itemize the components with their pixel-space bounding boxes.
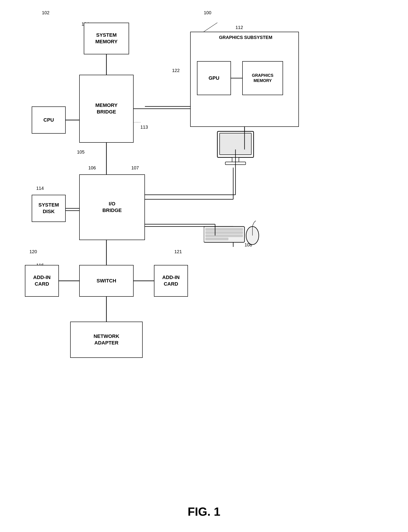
label-120: 120 xyxy=(29,249,37,254)
graphics-memory-box: GRAPHICSMEMORY xyxy=(242,61,283,95)
io-bridge-box: I/OBRIDGE xyxy=(79,174,145,240)
cpu-box: CPU xyxy=(32,106,66,134)
label-122: 122 xyxy=(172,68,179,73)
label-121: 121 xyxy=(174,249,182,254)
system-memory-box: SYSTEMMEMORY xyxy=(84,23,129,54)
add-in-card-right-box: ADD-INCARD xyxy=(154,265,188,297)
svg-rect-18 xyxy=(225,162,246,165)
label-113: 113 xyxy=(140,125,148,130)
svg-rect-22 xyxy=(206,235,243,237)
label-105: 105 xyxy=(77,149,85,155)
memory-bridge-box: MEMORYBRIDGE xyxy=(79,75,134,143)
network-adapter-box: NETWORKADAPTER xyxy=(70,322,143,358)
label-107: 107 xyxy=(131,165,139,171)
svg-rect-23 xyxy=(206,238,228,240)
system-disk-box: SYSTEMDISK xyxy=(32,195,66,222)
label-112: 112 xyxy=(236,25,243,30)
svg-rect-20 xyxy=(206,228,243,231)
figure-caption: FIG. 1 xyxy=(188,505,220,518)
label-100: 100 xyxy=(204,10,211,15)
label-114: 114 xyxy=(36,186,44,191)
add-in-card-left-box: ADD-INCARD xyxy=(25,265,59,297)
svg-line-41 xyxy=(204,23,217,32)
monitor-illustration xyxy=(213,129,258,168)
label-106: 106 xyxy=(88,165,96,171)
switch-box: SWITCH xyxy=(79,265,134,297)
svg-rect-21 xyxy=(206,232,243,234)
gpu-box: GPU xyxy=(197,61,231,95)
diagram-container: 104 102 100 112 122 124 110 108 105 106 … xyxy=(18,9,390,485)
label-102: 102 xyxy=(42,10,49,15)
svg-rect-16 xyxy=(220,133,251,155)
svg-rect-17 xyxy=(232,157,239,162)
keyboard-mouse-illustration xyxy=(204,220,260,249)
